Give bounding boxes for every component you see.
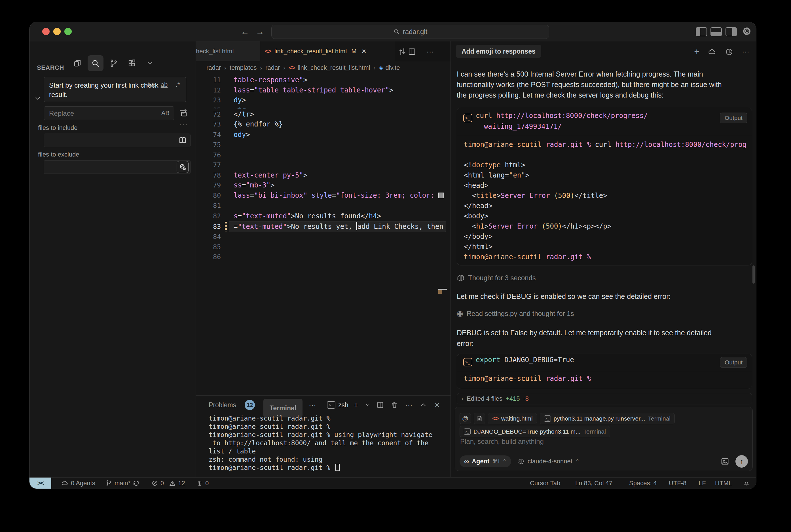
chat-tab[interactable]: Add emoji to responses bbox=[456, 45, 541, 58]
remote-indicator[interactable]: >< bbox=[30, 478, 51, 489]
search-query-text: Start by creating your first link check … bbox=[49, 80, 160, 99]
regex-icon[interactable]: .* bbox=[173, 81, 182, 89]
thought-row[interactable]: Thought for 3 seconds bbox=[457, 274, 536, 282]
tab-problems[interactable]: Problems bbox=[209, 396, 236, 414]
copy-files-icon[interactable] bbox=[70, 55, 85, 71]
attach-image-icon[interactable] bbox=[721, 457, 729, 466]
output-line: </html> bbox=[464, 242, 752, 252]
assistant-message: I can see there's a 500 Internal Server … bbox=[457, 69, 752, 100]
files-to-include-input[interactable] bbox=[44, 134, 191, 147]
attach-file-button[interactable] bbox=[474, 413, 485, 424]
breadcrumb-item[interactable]: templates bbox=[230, 64, 256, 72]
toggle-bottom-panel-icon[interactable] bbox=[711, 27, 722, 36]
mention-button[interactable]: @ bbox=[460, 413, 471, 424]
split-editor-icon[interactable] bbox=[407, 46, 417, 57]
back-icon[interactable]: ← bbox=[240, 27, 250, 37]
maximize-window-button[interactable] bbox=[64, 28, 72, 35]
kill-terminal-trash-icon[interactable] bbox=[390, 396, 398, 414]
status-language[interactable]: HTML bbox=[715, 478, 732, 489]
terminal-cursor bbox=[335, 464, 340, 471]
shell-name[interactable]: zsh bbox=[338, 396, 348, 414]
forward-icon[interactable]: → bbox=[255, 27, 265, 37]
match-case-icon[interactable]: Aa bbox=[146, 81, 155, 89]
breadcrumb-item[interactable]: div.te bbox=[385, 64, 400, 72]
notifications-bell-icon[interactable] bbox=[743, 478, 750, 489]
terminal-more-actions-icon[interactable]: ··· bbox=[405, 396, 412, 414]
chat-scrollbar-thumb[interactable] bbox=[752, 265, 755, 284]
terminal-line: timon@ariane-scutil radar.git % using pl… bbox=[209, 431, 432, 439]
status-agents[interactable]: 0 Agents bbox=[61, 478, 95, 489]
chat-tab-title: Add emoji to responses bbox=[462, 48, 536, 55]
new-chat-icon[interactable]: + bbox=[694, 46, 699, 57]
breadcrumb-item[interactable]: link_check_result_list.html bbox=[298, 64, 370, 72]
context-pill-terminal-2[interactable]: >_ DJANGO_DEBUG=True python3.11 m... Ter… bbox=[460, 426, 610, 437]
search-icon bbox=[393, 28, 400, 35]
chat-input-placeholder: Plan, search, build anything bbox=[460, 438, 544, 445]
status-encoding[interactable]: UTF-8 bbox=[669, 478, 687, 489]
status-eol[interactable]: LF bbox=[699, 478, 706, 489]
extensions-icon[interactable] bbox=[124, 55, 140, 71]
open-editors-book-icon[interactable] bbox=[178, 136, 187, 146]
replace-all-icon[interactable] bbox=[179, 108, 188, 119]
output-button[interactable]: Output bbox=[720, 113, 747, 124]
status-problems[interactable]: 0 12 bbox=[151, 478, 185, 489]
html-file-icon: <> bbox=[289, 64, 295, 72]
more-views-chevron-icon[interactable] bbox=[142, 55, 158, 71]
cloud-icon[interactable] bbox=[708, 48, 716, 56]
tab-link-check-result-list[interactable]: <> link_check_result_list.html M × bbox=[260, 41, 395, 61]
read-file-row[interactable]: ◉ Read settings.py and thought for 1s bbox=[457, 309, 574, 318]
close-window-button[interactable] bbox=[42, 28, 50, 35]
settings-gear-icon[interactable] bbox=[742, 26, 752, 37]
terminal-dropdown-chevron-icon[interactable] bbox=[365, 396, 370, 414]
search-input[interactable]: Start by creating your first link check … bbox=[44, 77, 186, 102]
output-button[interactable]: Output bbox=[720, 357, 747, 368]
minimize-window-button[interactable] bbox=[53, 28, 61, 35]
status-cursor-tab[interactable]: Cursor Tab bbox=[530, 478, 560, 489]
status-branch[interactable]: main* bbox=[105, 478, 139, 489]
assistant-message: Let me check if DEBUG is enabled so we c… bbox=[457, 291, 752, 302]
status-line-col[interactable]: Ln 83, Col 47 bbox=[575, 478, 612, 489]
panel-more-tabs-icon[interactable]: ··· bbox=[309, 396, 316, 414]
chat-input-box[interactable]: @ <> waiting.html >_ python3.11 manage.p… bbox=[455, 407, 753, 471]
replace-input[interactable]: Replace AB bbox=[44, 106, 174, 120]
preserve-case-icon[interactable]: AB bbox=[161, 110, 170, 117]
files-to-exclude-input[interactable] bbox=[44, 160, 191, 174]
bottom-panel: Problems 12 Terminal ··· >_ zsh + bbox=[196, 395, 450, 478]
maximize-panel-icon[interactable] bbox=[420, 396, 427, 414]
tab-check-list[interactable]: heck_list.html bbox=[196, 41, 260, 61]
search-details-icon[interactable]: ··· bbox=[179, 120, 188, 129]
terminal-block-icon: >_ bbox=[463, 358, 472, 366]
whole-word-icon[interactable]: ab bbox=[159, 81, 169, 89]
new-terminal-icon[interactable]: + bbox=[353, 396, 359, 414]
source-control-icon[interactable] bbox=[106, 55, 122, 71]
context-pill-terminal-1[interactable]: >_ python3.11 manage.py runserver... Ter… bbox=[540, 413, 675, 424]
context-pill-waiting-html[interactable]: <> waiting.html bbox=[488, 413, 537, 424]
terminal-label: Terminal bbox=[270, 404, 296, 412]
close-tab-icon[interactable]: × bbox=[362, 47, 366, 56]
code-line: 82s="text-muted">No results found</h4> bbox=[196, 211, 450, 221]
model-selector[interactable]: claude-4-sonnet ⌃ bbox=[518, 458, 579, 465]
open-changes-icon[interactable] bbox=[397, 46, 407, 57]
agent-mode-selector[interactable]: ∞ Agent ⌘I ⌃ bbox=[460, 455, 511, 467]
toggle-left-sidebar-icon[interactable] bbox=[696, 27, 707, 36]
chat-more-actions-icon[interactable]: ··· bbox=[742, 48, 749, 56]
search-expand-chevron-icon[interactable] bbox=[34, 95, 41, 103]
command-center-search[interactable]: radar.git bbox=[271, 25, 549, 39]
toggle-right-sidebar-icon[interactable] bbox=[726, 27, 737, 36]
history-icon[interactable] bbox=[725, 48, 733, 56]
output-line: </head> bbox=[464, 201, 752, 211]
git-branch-icon bbox=[105, 480, 112, 487]
exclude-settings-gear-icon[interactable] bbox=[177, 161, 189, 173]
editor-more-actions-icon[interactable]: ··· bbox=[425, 46, 435, 57]
search-activity-icon[interactable] bbox=[88, 55, 103, 71]
status-ports[interactable]: 0 bbox=[196, 478, 209, 489]
split-terminal-icon[interactable] bbox=[376, 396, 384, 414]
breadcrumb-item[interactable]: radar bbox=[206, 64, 221, 72]
edited-files-summary[interactable]: › Edited 4 files +415 -8 bbox=[457, 393, 752, 404]
status-indentation[interactable]: Spaces: 4 bbox=[629, 478, 657, 489]
send-button[interactable]: ↑ bbox=[735, 455, 748, 468]
terminal-output[interactable]: timon@ariane-scutil radar.git %timon@ari… bbox=[209, 414, 432, 472]
close-panel-icon[interactable]: × bbox=[435, 396, 440, 414]
breadcrumb-item[interactable]: radar bbox=[265, 64, 280, 72]
editor-code[interactable]: 11table-responsive">12lass="table table-… bbox=[196, 74, 450, 395]
